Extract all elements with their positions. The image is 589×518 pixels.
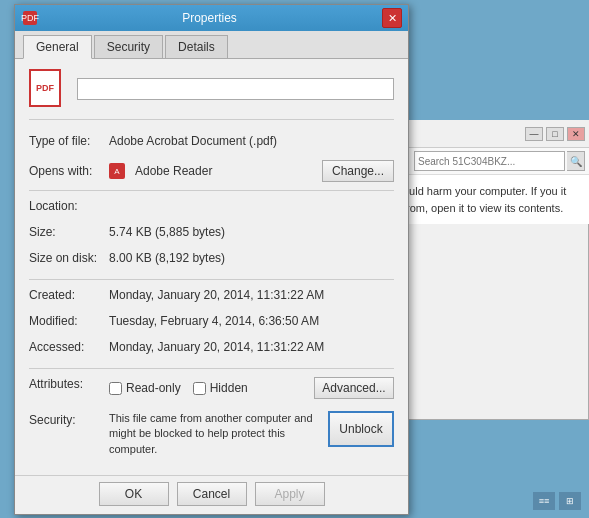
attributes-row: Attributes: Read-only Hidden Advanced... (29, 377, 394, 405)
dialog-titlebar: PDF Properties ✕ (15, 5, 408, 31)
dialog-content: PDF Type of file: Adobe Acrobat Document… (15, 59, 408, 475)
warning-text: ould harm your computer. If you it from,… (403, 185, 566, 214)
dialog-buttons: OK Cancel Apply (15, 475, 408, 514)
unblock-button[interactable]: Unblock (328, 411, 394, 447)
close-button-right[interactable]: ✕ (567, 127, 585, 141)
size-value: 5.74 KB (5,885 bytes) (109, 225, 394, 239)
hidden-checkbox-label[interactable]: Hidden (193, 381, 248, 395)
search-icon: 🔍 (570, 156, 582, 167)
right-panel-content: ould harm your computer. If you it from,… (395, 175, 589, 224)
accessed-label: Accessed: (29, 340, 109, 354)
titlebar-left: PDF (23, 11, 37, 25)
opens-with-row: Opens with: A Adobe Reader Change... (29, 160, 394, 182)
opens-with-app: Adobe Reader (135, 164, 316, 178)
security-text: This file came from another computer and… (109, 411, 320, 457)
file-header: PDF (29, 69, 394, 120)
size-on-disk-label: Size on disk: (29, 251, 109, 265)
created-value: Monday, January 20, 2014, 11:31:22 AM (109, 288, 394, 302)
security-label: Security: (29, 411, 109, 427)
hidden-checkbox[interactable] (193, 382, 206, 395)
bottom-icon-grid[interactable]: ⊞ (559, 492, 581, 510)
file-icon-paper: PDF (29, 69, 61, 107)
tab-details[interactable]: Details (165, 35, 228, 58)
size-label: Size: (29, 225, 109, 239)
created-label: Created: (29, 288, 109, 302)
modified-value: Tuesday, February 4, 2014, 6:36:50 AM (109, 314, 394, 328)
location-label: Location: (29, 199, 109, 213)
search-input[interactable] (414, 151, 565, 171)
readonly-checkbox-label[interactable]: Read-only (109, 381, 181, 395)
reader-icon: A (109, 163, 125, 179)
right-panel-toolbar: — □ ✕ (395, 120, 589, 148)
dialog-title-icon: PDF (23, 11, 37, 25)
file-name-input[interactable] (77, 78, 394, 100)
attrs-container: Read-only Hidden Advanced... (109, 377, 394, 399)
change-button[interactable]: Change... (322, 160, 394, 182)
right-panel: — □ ✕ ↻ 🔍 ould harm your computer. If yo… (394, 120, 589, 224)
size-on-disk-value: 8.00 KB (8,192 bytes) (109, 251, 394, 265)
bottom-icon-list[interactable]: ≡≡ (533, 492, 555, 510)
hidden-label: Hidden (210, 381, 248, 395)
ok-button[interactable]: OK (99, 482, 169, 506)
advanced-button[interactable]: Advanced... (314, 377, 394, 399)
search-bar: ↻ 🔍 (395, 148, 589, 175)
search-go-button[interactable]: 🔍 (567, 151, 585, 171)
type-of-file-row: Type of file: Adobe Acrobat Document (.p… (29, 134, 394, 154)
divider-1 (29, 190, 394, 191)
size-on-disk-row: Size on disk: 8.00 KB (8,192 bytes) (29, 251, 394, 271)
bottom-right-icons: ≡≡ ⊞ (533, 492, 581, 510)
tab-security[interactable]: Security (94, 35, 163, 58)
dialog-close-button[interactable]: ✕ (382, 8, 402, 28)
accessed-row: Accessed: Monday, January 20, 2014, 11:3… (29, 340, 394, 360)
maximize-button[interactable]: □ (546, 127, 564, 141)
dialog-title: Properties (37, 11, 382, 25)
apply-button[interactable]: Apply (255, 482, 325, 506)
divider-3 (29, 368, 394, 369)
readonly-checkbox[interactable] (109, 382, 122, 395)
divider-2 (29, 279, 394, 280)
cancel-button[interactable]: Cancel (177, 482, 247, 506)
tab-general[interactable]: General (23, 35, 92, 59)
size-row: Size: 5.74 KB (5,885 bytes) (29, 225, 394, 245)
accessed-value: Monday, January 20, 2014, 11:31:22 AM (109, 340, 394, 354)
opens-with-label: Opens with: (29, 164, 109, 178)
created-row: Created: Monday, January 20, 2014, 11:31… (29, 288, 394, 308)
type-label: Type of file: (29, 134, 109, 148)
modified-row: Modified: Tuesday, February 4, 2014, 6:3… (29, 314, 394, 334)
location-row: Location: (29, 199, 394, 219)
type-value: Adobe Acrobat Document (.pdf) (109, 134, 394, 148)
modified-label: Modified: (29, 314, 109, 328)
minimize-button[interactable]: — (525, 127, 543, 141)
readonly-label: Read-only (126, 381, 181, 395)
file-icon: PDF (29, 69, 67, 109)
attributes-label: Attributes: (29, 377, 109, 391)
properties-dialog: PDF Properties ✕ General Security Detail… (14, 4, 409, 515)
tabs-container: General Security Details (15, 31, 408, 59)
security-row: Security: This file came from another co… (29, 411, 394, 457)
pdf-text: PDF (36, 83, 54, 93)
